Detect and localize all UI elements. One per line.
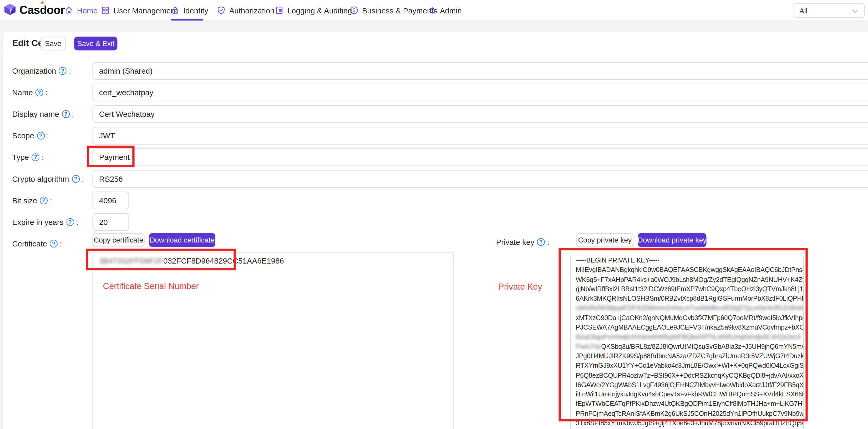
audit-log-icon (275, 6, 283, 14)
chevron-down-icon (852, 6, 858, 15)
nav-item-user-management[interactable]: User Management (101, 0, 177, 21)
nav-item-business-payments[interactable]: $ Business & Payments (350, 0, 438, 21)
nav-label: Logging & Auditing (287, 6, 352, 15)
copy-private-key-button[interactable]: Copy private key (577, 233, 633, 247)
bit-size-label: Bit size?: (12, 195, 52, 206)
name-label: Name?: (12, 87, 48, 98)
private-key-content: -----BEGIN PRIVATE KEY----- MIIEvgIBADAN… (571, 255, 803, 429)
home-icon (65, 6, 73, 14)
brand-star-icon: ★ (40, 0, 45, 5)
casdoor-edit-cert-page: Casdoor ★ Home User Management Identity (0, 0, 868, 429)
annotation-text-private-key: Private Key (498, 282, 542, 292)
help-icon[interactable]: ? (36, 89, 43, 96)
help-icon[interactable]: ? (32, 153, 39, 161)
type-label: Type?: (12, 152, 44, 163)
nav-item-authorization[interactable]: Authorization (217, 0, 274, 21)
display-name-input[interactable]: Cert Wechatpay (93, 105, 868, 123)
redacted-key-segment: Pa4xTdz (576, 343, 601, 350)
nav-label: Business & Payments (362, 6, 438, 15)
svg-text:$: $ (352, 8, 355, 13)
scope-label: Scope?: (12, 130, 49, 141)
nav-item-home[interactable]: Home (65, 0, 98, 21)
download-private-key-button[interactable]: Download private key (638, 233, 706, 247)
scope-select[interactable]: JWT (93, 127, 868, 144)
certificate-serial-value: 3B47332FFD6F2F032FCF8D964829CC51AA6E1986 (93, 252, 454, 269)
casdoor-logo[interactable]: Casdoor ★ (3, 2, 65, 18)
help-icon[interactable]: ? (62, 110, 69, 118)
name-input[interactable]: cert_wechatpay (93, 84, 868, 101)
organization-filter-select[interactable]: All (793, 3, 865, 18)
serial-visible-part: 032FCF8D964829CC51AA6E1986 (163, 256, 284, 266)
nav-label: Home (77, 6, 98, 15)
expire-in-years-input[interactable]: 20 (93, 213, 129, 231)
crypto-algorithm-label: Crypto algorithm?: (12, 173, 84, 184)
gear-icon: ⚙ (429, 6, 436, 14)
help-icon[interactable]: ? (59, 67, 66, 75)
active-tab-underline (171, 19, 203, 21)
help-icon[interactable]: ? (50, 240, 58, 247)
redacted-key-line: IbzqObgoFvmhwjtvXH/ans9rW8ujWFBQkwXif7hL… (576, 333, 798, 342)
nav-label: Identity (183, 6, 208, 15)
type-select[interactable]: Payment (93, 148, 868, 166)
expire-in-years-label: Expire in years?: (12, 216, 79, 227)
annotation-text-cert-serial: Certificate Serial Number (103, 281, 199, 292)
help-icon[interactable]: ? (40, 196, 48, 204)
organization-filter-value: All (799, 6, 807, 15)
nav-label: Authorization (229, 6, 275, 15)
certificate-label: Certificate?: (12, 238, 62, 249)
dollar-circle-icon: $ (350, 6, 359, 14)
shield-check-icon (217, 6, 225, 14)
nav-item-logging-auditing[interactable]: Logging & Auditing (275, 0, 352, 21)
private-key-label: Private key?: (496, 237, 549, 247)
help-icon[interactable]: ? (66, 218, 74, 226)
organization-label: Organization?: (12, 65, 71, 76)
bit-size-input[interactable]: 4096 (93, 191, 129, 209)
display-name-label: Display name?: (12, 109, 74, 120)
private-key-textarea[interactable]: -----BEGIN PRIVATE KEY----- MIIEvgIBADAN… (570, 255, 804, 429)
copy-certificate-button[interactable]: Copy certificate (93, 233, 145, 247)
help-icon[interactable]: ? (72, 175, 80, 183)
top-nav-bar: Casdoor ★ Home User Management Identity (0, 0, 868, 21)
nav-label: Admin (440, 6, 462, 15)
header-divider (2, 54, 868, 54)
help-icon[interactable]: ? (537, 238, 545, 246)
organization-select[interactable]: admin (Shared) (93, 62, 868, 80)
nav-label: User Management (114, 6, 177, 15)
help-icon[interactable]: ? (37, 132, 44, 140)
appstore-grid-icon (101, 6, 110, 14)
certificate-textarea[interactable]: 3B47332FFD6F2F032FCF8D964829CC51AA6E1986 (93, 252, 454, 429)
save-exit-button[interactable]: Save & Exit (74, 36, 117, 51)
lock-icon (171, 6, 180, 14)
redacted-key-line: UkN3NJW36pq4FDF5Q5Ibhmv2nHxLmTvuWb8KcxR2… (576, 304, 798, 313)
nav-item-identity[interactable]: Identity (171, 0, 208, 21)
serial-redacted-part: 3B47332FFD6F2F (99, 256, 163, 266)
download-certificate-button[interactable]: Download certificate (149, 233, 215, 247)
casdoor-cube-icon (3, 2, 17, 18)
crypto-algorithm-select[interactable]: RS256 (93, 170, 868, 187)
nav-item-admin[interactable]: ⚙ Admin (429, 0, 462, 21)
save-button[interactable]: Save (40, 36, 66, 51)
